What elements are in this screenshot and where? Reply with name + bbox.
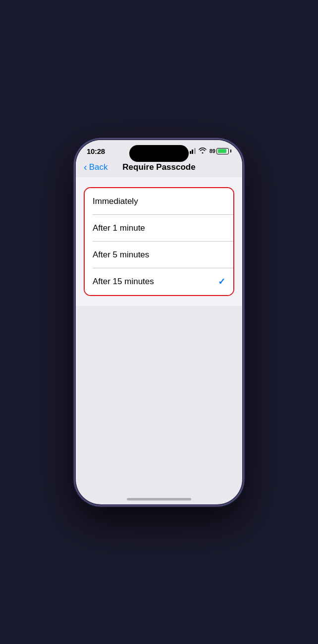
battery-percent: 89 — [210, 148, 215, 154]
status-icons: 89 — [187, 148, 231, 155]
page-title: Require Passcode — [122, 162, 195, 172]
option-immediately-label: Immediately — [93, 197, 138, 206]
phone-frame: 10:28 — [74, 139, 244, 506]
battery-body — [216, 148, 229, 154]
battery-tip — [230, 149, 231, 152]
option-immediately[interactable]: Immediately — [85, 188, 233, 215]
option-after-1-minute-label: After 1 minute — [93, 223, 145, 233]
signal-bar-4 — [194, 148, 196, 154]
phone-screen: 10:28 — [76, 140, 242, 504]
option-after-15-minutes[interactable]: After 15 minutes ✓ — [85, 268, 233, 295]
option-after-5-minutes-label: After 5 minutes — [93, 250, 149, 260]
battery-fill — [218, 149, 226, 153]
options-list: Immediately After 1 minute After 5 minut… — [84, 187, 234, 296]
option-after-15-minutes-label: After 15 minutes — [93, 277, 154, 287]
back-button[interactable]: ‹ Back — [84, 162, 107, 172]
selected-checkmark-icon: ✓ — [218, 276, 225, 287]
option-after-5-minutes[interactable]: After 5 minutes — [85, 242, 233, 268]
dynamic-island — [129, 145, 189, 162]
wifi-icon — [199, 148, 207, 155]
signal-bar-3 — [192, 149, 193, 154]
back-label: Back — [89, 162, 108, 172]
home-indicator[interactable] — [127, 498, 191, 500]
option-after-1-minute[interactable]: After 1 minute — [85, 215, 233, 242]
signal-bar-2 — [190, 151, 191, 154]
back-chevron-icon: ‹ — [84, 162, 87, 172]
screen-content: Immediately After 1 minute After 5 minut… — [76, 177, 242, 306]
battery-indicator: 89 — [210, 148, 231, 154]
status-time: 10:28 — [87, 147, 105, 155]
